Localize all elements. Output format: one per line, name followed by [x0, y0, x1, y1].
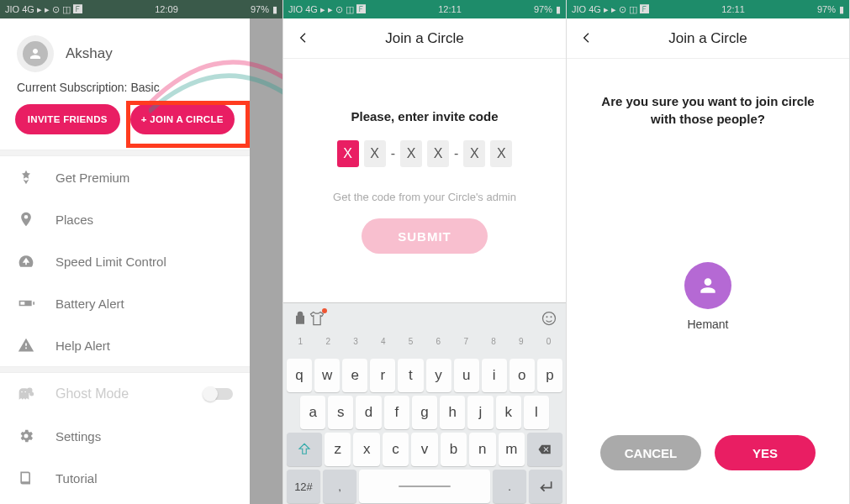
menu-list: Get Premium Places Speed Limit Control B… — [0, 156, 250, 366]
back-button[interactable] — [297, 30, 310, 49]
code-input-row[interactable]: X X - X X - X X — [283, 140, 566, 167]
key-mode[interactable]: 12# — [287, 470, 320, 503]
screen-menu: JIO 4G ▸ ▸ ⊙ ◫ 🅵 12:09 97% ▮ Akshay Curr… — [0, 0, 283, 504]
menu-item-premium[interactable]: Get Premium — [0, 156, 250, 198]
key-t[interactable]: t — [398, 359, 423, 392]
svg-point-3 — [546, 316, 548, 318]
key-backspace[interactable] — [527, 433, 562, 466]
key-c[interactable]: c — [383, 433, 409, 466]
nav-header: Join a Circle — [283, 18, 566, 59]
invite-friends-button[interactable]: INVITE FRIENDS — [15, 104, 120, 134]
menu-item-battery[interactable]: Battery Alert — [0, 282, 250, 324]
key-e[interactable]: e — [342, 359, 367, 392]
location-icon — [17, 210, 35, 228]
menu-item-tutorial[interactable]: Tutorial — [0, 457, 250, 499]
menu-label: Tutorial — [55, 471, 97, 486]
key-period[interactable]: . — [493, 470, 526, 503]
keyboard-emoji-icon[interactable] — [541, 310, 557, 330]
key-f[interactable]: f — [384, 396, 409, 429]
key-y[interactable]: y — [426, 359, 451, 392]
person-icon — [28, 46, 43, 61]
key-b[interactable]: b — [441, 433, 467, 466]
keyboard-tshirt-icon[interactable] — [309, 310, 325, 330]
hint: 1 — [298, 337, 304, 357]
key-z[interactable]: z — [325, 433, 351, 466]
status-icons: ▸ ▸ ⊙ ◫ 🅵 — [604, 4, 649, 15]
gauge-icon — [17, 252, 35, 270]
battery-label: 97% — [251, 4, 269, 14]
gear-icon — [17, 427, 35, 445]
key-k[interactable]: k — [496, 396, 521, 429]
key-h[interactable]: h — [440, 396, 465, 429]
cancel-button[interactable]: CANCEL — [600, 435, 701, 470]
key-o[interactable]: o — [509, 359, 535, 392]
hint: 4 — [381, 337, 386, 357]
battery-icon: ▮ — [839, 4, 844, 15]
hint: 7 — [463, 337, 468, 357]
menu-item-settings[interactable]: Settings — [0, 415, 250, 457]
key-q[interactable]: q — [287, 359, 312, 392]
menu-item-ghost[interactable]: Ghost Mode — [0, 373, 250, 415]
person-avatar — [684, 262, 731, 309]
key-g[interactable]: g — [412, 396, 437, 429]
submit-button[interactable]: SUBMIT — [362, 218, 488, 254]
book-icon — [17, 469, 35, 487]
person-card: Hemant — [567, 262, 849, 331]
battery-icon — [17, 294, 35, 312]
code-box-2[interactable]: X — [364, 140, 386, 167]
back-button[interactable] — [580, 30, 594, 49]
menu-label: Settings — [55, 429, 101, 444]
key-u[interactable]: u — [454, 359, 479, 392]
keyboard-settings-icon[interactable] — [292, 310, 309, 330]
key-r[interactable]: r — [370, 359, 395, 392]
keyboard-row-1: q w e r t y u i o p — [283, 357, 566, 394]
key-w[interactable]: w — [314, 359, 340, 392]
key-l[interactable]: l — [524, 396, 549, 429]
key-comma[interactable]: , — [323, 470, 356, 503]
key-m[interactable]: m — [499, 433, 525, 466]
battery-icon: ▮ — [556, 4, 561, 15]
confirm-buttons: CANCEL YES — [567, 435, 849, 470]
status-bar: JIO 4G ▸ ▸ ⊙ ◫ 🅵 12:11 97% ▮ — [567, 0, 849, 18]
key-j[interactable]: j — [467, 396, 493, 429]
keyboard-row-3: z x c v b n m — [283, 431, 566, 468]
code-box-3[interactable]: X — [400, 140, 422, 167]
menu-item-help[interactable]: Help Alert — [0, 324, 250, 366]
hint: 3 — [353, 337, 358, 357]
code-box-5[interactable]: X — [463, 140, 485, 167]
menu-item-speed[interactable]: Speed Limit Control — [0, 240, 250, 282]
hint: 8 — [491, 337, 496, 357]
menu-item-places[interactable]: Places — [0, 198, 250, 240]
key-s[interactable]: s — [328, 396, 353, 429]
ghost-toggle[interactable] — [204, 388, 233, 400]
key-n[interactable]: n — [469, 433, 495, 466]
svg-point-2 — [543, 312, 556, 325]
person-name: Hemant — [567, 318, 849, 331]
dash: - — [391, 146, 395, 161]
key-p[interactable]: p — [537, 359, 562, 392]
confirm-line-2: with those people? — [651, 112, 765, 126]
hint: 0 — [546, 337, 552, 357]
nav-header: Join a Circle — [567, 18, 849, 59]
key-d[interactable]: d — [356, 396, 381, 429]
hint: 2 — [325, 337, 330, 357]
avatar[interactable] — [17, 35, 54, 72]
key-space[interactable] — [359, 470, 490, 503]
key-shift[interactable] — [287, 433, 322, 466]
key-a[interactable]: a — [300, 396, 325, 429]
key-i[interactable]: i — [482, 359, 507, 392]
key-v[interactable]: v — [411, 433, 437, 466]
screen-confirm: JIO 4G ▸ ▸ ⊙ ◫ 🅵 12:11 97% ▮ Join a Circ… — [567, 0, 850, 504]
screen-join-code: JIO 4G ▸ ▸ ⊙ ◫ 🅵 12:11 97% ▮ Join a Circ… — [283, 0, 567, 504]
carrier-label: JIO 4G — [288, 4, 318, 14]
keyboard-number-hints: 1 2 3 4 5 6 7 8 9 0 — [283, 337, 566, 357]
code-box-4[interactable]: X — [427, 140, 449, 167]
key-enter[interactable] — [529, 470, 562, 503]
status-bar: JIO 4G ▸ ▸ ⊙ ◫ 🅵 12:11 97% ▮ — [283, 0, 566, 18]
key-x[interactable]: x — [353, 433, 379, 466]
code-box-1[interactable]: X — [337, 140, 359, 167]
yes-button[interactable]: YES — [715, 435, 816, 470]
subscription-label: Current Subscription: — [17, 81, 128, 94]
code-box-6[interactable]: X — [490, 140, 512, 167]
carrier-label: JIO 4G — [572, 4, 601, 14]
